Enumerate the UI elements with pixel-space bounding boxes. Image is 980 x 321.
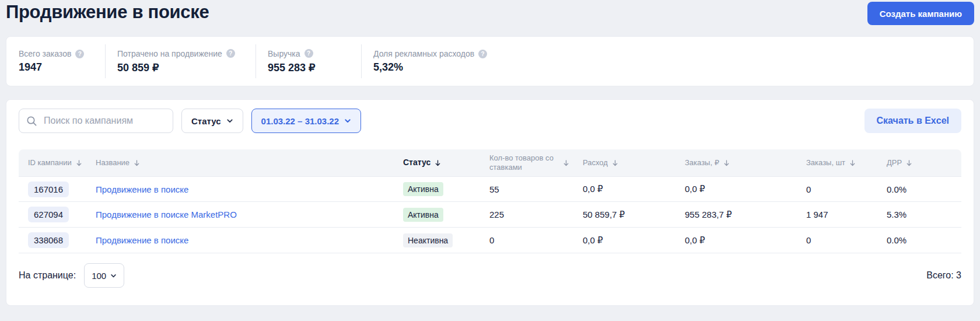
campaign-name-link[interactable]: Продвижение в поиске [96,235,188,245]
column-header[interactable]: Название [86,155,394,171]
stat-label: Всего заказов [19,49,71,58]
stat-label: Выручка [268,49,300,58]
search-input[interactable] [19,109,173,133]
sort-arrow-icon[interactable] [723,159,730,167]
stat-item: Всего заказов ? 1947 [6,44,105,78]
help-icon[interactable]: ? [226,49,235,58]
per-page-select[interactable]: 100 [84,263,124,288]
sort-arrow-icon[interactable] [75,159,83,167]
stat-label: Доля рекламных расходов [373,49,474,58]
stat-value: 5,32% [373,61,487,74]
search-box [19,109,173,133]
total-count: Всего: 3 [926,270,961,281]
sort-arrow-icon[interactable] [849,159,856,167]
table-header: ID кампании Название Статус Кол-во товар… [19,149,961,176]
column-header-label: Кол-во товаров со ставками [489,153,559,173]
orders-qty-cell: 0 [797,184,877,194]
filter-row: Статус 01.03.22 – 31.03.22 Скачать в Exc… [19,109,961,133]
orders-rub-cell: 955 283,7 ₽ [676,210,797,220]
sort-arrow-icon[interactable] [611,159,619,167]
status-badge: Активна [403,182,443,196]
stat-value: 1947 [19,61,93,74]
stat-item: Выручка ? 955 283 ₽ [256,44,361,78]
drr-cell: 0.0% [877,184,961,194]
table-footer: На странице: 100 Всего: 3 [19,253,961,288]
top-bar: Продвижение в поиске Создать кампанию [6,0,974,28]
stat-value: 50 859 ₽ [117,61,244,74]
drr-cell: 0.0% [877,235,961,245]
per-page-value: 100 [92,271,106,281]
column-header[interactable]: Расход [573,155,676,171]
column-header-label: Заказы, ₽ [685,158,719,168]
orders-qty-cell: 1 947 [797,210,877,219]
stat-item: Потрачено на продвижение ? 50 859 ₽ [105,44,256,78]
column-header-label: Название [96,158,130,168]
products-with-bids-cell: 225 [480,210,573,219]
column-header[interactable]: Статус [394,154,480,172]
orders-qty-cell: 0 [797,235,877,245]
column-header-label: ДРР [887,158,902,168]
column-header[interactable]: ДРР [877,155,961,171]
stat-label: Потрачено на продвижение [117,49,222,58]
column-header[interactable]: Заказы, шт [797,155,877,171]
stats-bar: Всего заказов ? 1947 Потрачено на продви… [6,36,974,86]
campaign-id-badge: 338068 [28,232,69,248]
page-title: Продвижение в поиске [6,2,209,23]
promotion-page: Продвижение в поиске Создать кампанию Вс… [0,0,980,306]
sort-arrow-icon[interactable] [905,159,913,167]
spend-cell: 0,0 ₽ [573,184,676,194]
create-campaign-button[interactable]: Создать кампанию [867,2,974,25]
chevron-down-icon [110,273,117,279]
table-body: 167016 Продвижение в поиске Активна 55 0… [19,176,961,253]
orders-rub-cell: 0,0 ₽ [676,235,797,246]
status-badge: Активна [403,208,443,222]
spend-cell: 0,0 ₽ [573,235,676,246]
chevron-down-icon [226,117,233,124]
help-icon[interactable]: ? [75,50,84,58]
campaigns-table: ID кампании Название Статус Кол-во товар… [19,149,961,253]
products-with-bids-cell: 0 [480,235,573,245]
help-icon[interactable]: ? [304,49,313,58]
sort-arrow-icon[interactable] [562,159,570,167]
products-with-bids-cell: 55 [480,184,573,194]
column-header[interactable]: Заказы, ₽ [676,155,797,171]
help-icon[interactable]: ? [478,50,487,58]
sort-arrow-icon[interactable] [434,159,442,167]
sort-arrow-icon[interactable] [133,159,141,167]
date-range-label: 01.03.22 – 31.03.22 [261,116,339,126]
table-row: 167016 Продвижение в поиске Активна 55 0… [19,176,961,202]
spend-cell: 50 859,7 ₽ [573,210,676,220]
table-row: 338068 Продвижение в поиске Неактивна 0 … [19,228,961,253]
stat-item: Доля рекламных расходов ? 5,32% [361,44,499,78]
campaigns-card: Статус 01.03.22 – 31.03.22 Скачать в Exc… [6,99,974,306]
column-header-label: Расход [583,158,608,168]
campaign-id-badge: 167016 [28,182,69,197]
download-excel-button[interactable]: Скачать в Excel [864,109,961,133]
drr-cell: 5.3% [877,210,961,219]
column-header[interactable]: Кол-во товаров со ставками [480,150,573,176]
status-badge: Неактивна [403,233,453,247]
campaign-name-link[interactable]: Продвижение в поиске [96,184,188,194]
column-header-label: ID кампании [28,158,72,168]
campaign-id-badge: 627094 [28,207,69,222]
per-page-label: На странице: [19,270,76,281]
column-header-label: Статус [403,158,430,168]
table-row: 627094 Продвижение в поиске MarketPRO Ак… [19,202,961,228]
status-filter-dropdown[interactable]: Статус [181,109,243,133]
date-range-dropdown[interactable]: 01.03.22 – 31.03.22 [251,109,361,133]
column-header[interactable]: ID кампании [19,155,86,171]
chevron-down-icon [344,117,351,124]
stat-value: 955 283 ₽ [268,61,349,74]
status-filter-label: Статус [191,116,221,126]
column-header-label: Заказы, шт [806,158,845,168]
campaign-name-link[interactable]: Продвижение в поиске MarketPRO [96,210,237,219]
orders-rub-cell: 0,0 ₽ [676,184,797,194]
